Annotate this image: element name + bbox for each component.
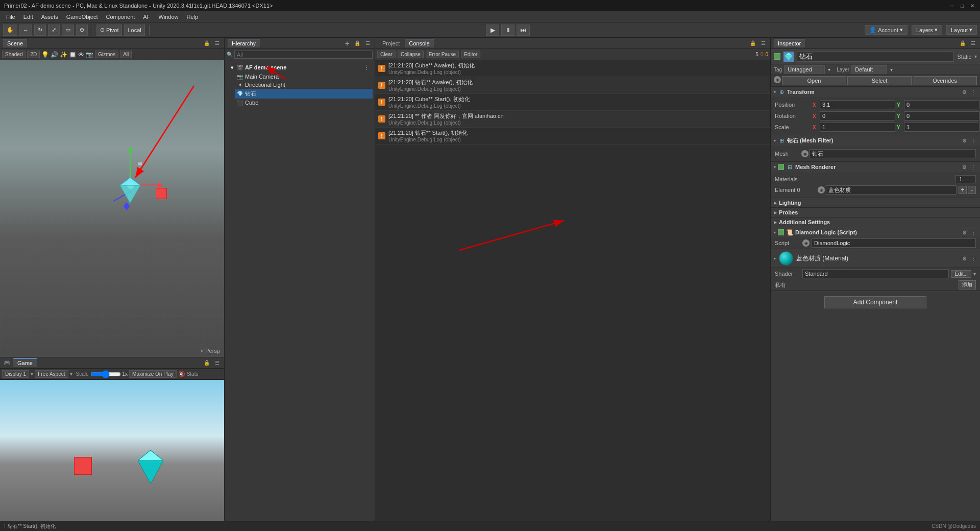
step-button[interactable]: ⏭: [517, 25, 530, 36]
console-entry-5[interactable]: ! [21:21:20] 钻石** Start(), 初始化 UnityEngi…: [375, 128, 770, 144]
scene-tab[interactable]: Scene: [3, 39, 27, 47]
inspector-tab[interactable]: Inspector: [774, 39, 805, 47]
add-component-button[interactable]: Add Component: [824, 296, 926, 308]
local-button[interactable]: Local: [124, 25, 144, 36]
mesh-filter-header[interactable]: ▾ ⊞ 钻石 (Mesh Filter) ⚙ ⋮: [771, 135, 980, 146]
menu-file[interactable]: File: [2, 13, 19, 21]
maximize-button[interactable]: Maximize On Play: [129, 370, 177, 378]
hierarchy-item-camera[interactable]: 📷 Main Camera: [235, 73, 373, 81]
game-menu-icon[interactable]: ☰: [213, 359, 221, 367]
inspector-lock-icon[interactable]: 🔒: [959, 39, 967, 47]
mesh-renderer-header[interactable]: ▾ ⊞ Mesh Renderer ⚙ ⋮: [771, 162, 980, 172]
transform-header[interactable]: ▾ ⊕ Transform ⚙ ⋮: [771, 87, 980, 97]
project-tab[interactable]: Project: [378, 39, 404, 47]
obj-name-input[interactable]: [797, 51, 954, 62]
scene-light-icon[interactable]: 💡: [41, 51, 49, 58]
additional-settings-header[interactable]: ▶ Additional Settings: [771, 218, 980, 227]
mute-icon[interactable]: 🔇: [178, 371, 185, 377]
select-button[interactable]: Select: [847, 76, 912, 85]
probes-header[interactable]: ▶ Probes: [771, 208, 980, 217]
hierarchy-menu-icon[interactable]: ☰: [363, 39, 372, 47]
clear-button[interactable]: Clear: [377, 51, 396, 58]
materials-count-input[interactable]: [955, 175, 976, 183]
layer-dropdown[interactable]: Default: [851, 65, 887, 74]
close-button[interactable]: ✕: [969, 2, 976, 9]
hierarchy-tab[interactable]: Hierarchy: [228, 39, 260, 47]
account-button[interactable]: 👤 Account ▾: [865, 25, 908, 35]
transform-settings-icon[interactable]: ⚙: [961, 88, 968, 95]
menu-assets[interactable]: Assets: [37, 13, 62, 21]
hierarchy-add-icon[interactable]: +: [343, 39, 351, 47]
hierarchy-lock-icon[interactable]: 🔒: [353, 39, 361, 47]
scene-menu-icon[interactable]: ☰: [213, 39, 221, 47]
restore-button[interactable]: □: [959, 2, 966, 9]
diamond-logic-checkbox[interactable]: [778, 229, 784, 235]
scene-menu-btn[interactable]: ⋮: [362, 63, 371, 71]
menu-gameobject[interactable]: GameObject: [62, 13, 102, 21]
collapse-button[interactable]: Collapse: [398, 51, 424, 58]
hierarchy-item-light[interactable]: ☀ Directional Light: [235, 81, 373, 89]
add-material-btn[interactable]: +: [959, 186, 967, 194]
transform-more-icon[interactable]: ⋮: [970, 88, 977, 95]
aspect-button[interactable]: Free Aspect: [35, 370, 68, 378]
tag-dropdown[interactable]: Untagged: [784, 65, 825, 74]
scene-effect-icon[interactable]: ✨: [60, 51, 67, 58]
shader-input[interactable]: [802, 269, 949, 278]
remove-material-btn[interactable]: -: [968, 186, 976, 194]
mesh-filter-settings-icon[interactable]: ⚙: [961, 137, 968, 144]
minimize-button[interactable]: ─: [948, 2, 955, 9]
position-y-input[interactable]: [904, 100, 979, 109]
console-menu-icon[interactable]: ☰: [759, 39, 767, 47]
diamond-logic-header[interactable]: ▾ 📜 Diamond Logic (Script) ⚙ ⋮: [771, 227, 980, 237]
console-entry-4[interactable]: ! [21:21:20] ** 作者 阿发你好，官网 afanihao.cn U…: [375, 111, 770, 128]
display-button[interactable]: Display 1: [2, 370, 29, 378]
material-settings-icon[interactable]: ⚙: [961, 255, 968, 262]
diamond-object-scene[interactable]: [120, 178, 140, 205]
mesh-filter-more-icon[interactable]: ⋮: [970, 137, 977, 144]
console-entry-1[interactable]: ! [21:21:20] Cube** Awake(), 初始化 UnityEn…: [375, 60, 770, 77]
position-x-input[interactable]: [820, 100, 895, 109]
scale-slider[interactable]: [90, 370, 121, 378]
menu-help[interactable]: Help: [183, 13, 203, 21]
console-lock-icon[interactable]: 🔒: [749, 39, 757, 47]
inspector-menu-icon[interactable]: ☰: [969, 39, 977, 47]
game-tab[interactable]: Game: [13, 358, 37, 367]
editor-button[interactable]: Editor: [461, 51, 480, 58]
static-dropdown-icon[interactable]: ▾: [974, 54, 977, 59]
rect-tool[interactable]: ▭: [62, 25, 74, 36]
layout-button[interactable]: Layout ▾: [946, 25, 977, 35]
mesh-renderer-checkbox[interactable]: [778, 164, 784, 170]
shader-edit-button[interactable]: Edit...: [951, 270, 971, 278]
mesh-renderer-settings-icon[interactable]: ⚙: [961, 163, 968, 171]
menu-window[interactable]: Window: [154, 13, 182, 21]
menu-component[interactable]: Component: [102, 13, 139, 21]
obj-active-checkbox[interactable]: [774, 53, 780, 60]
private-add-button[interactable]: 添加: [959, 280, 976, 289]
scale-tool[interactable]: ⤢: [48, 25, 60, 36]
script-input[interactable]: [812, 238, 976, 248]
stats-label[interactable]: Stats: [187, 371, 199, 377]
layers-button[interactable]: Layers ▾: [912, 25, 942, 35]
game-lock-icon[interactable]: 🔒: [203, 359, 211, 367]
diamond-logic-more-icon[interactable]: ⋮: [970, 229, 977, 236]
cube-object-scene[interactable]: [156, 188, 167, 199]
mesh-renderer-more-icon[interactable]: ⋮: [970, 163, 977, 171]
transform-tool[interactable]: ⊕: [76, 25, 88, 36]
overrides-button[interactable]: Overrides: [913, 76, 977, 85]
diamond-logic-settings-icon[interactable]: ⚙: [961, 229, 968, 236]
scene-viewport[interactable]: < Persp: [0, 60, 224, 357]
scale-x-input[interactable]: [820, 123, 895, 132]
element-0-input[interactable]: [826, 185, 957, 195]
pause-button[interactable]: ⏸: [501, 25, 514, 36]
scene-hide-icon[interactable]: 👁: [78, 51, 84, 58]
hand-tool[interactable]: ✋: [3, 25, 17, 36]
hierarchy-search-input[interactable]: [234, 51, 373, 59]
scale-y-input[interactable]: [904, 123, 979, 132]
rotation-x-input[interactable]: [820, 111, 895, 120]
console-entry-2[interactable]: ! [21:21:20] 钻石** Awake(), 初始化 UnityEngi…: [375, 77, 770, 94]
shaded-button[interactable]: Shaded: [2, 51, 26, 58]
scene-filter-icon[interactable]: 🔲: [69, 51, 77, 58]
scene-lock-icon[interactable]: 🔒: [203, 39, 211, 47]
hierarchy-item-root[interactable]: ▾ 🎬 AF demo scene ⋮: [227, 62, 373, 73]
hierarchy-item-cube[interactable]: ⬛ Cube: [235, 99, 373, 107]
